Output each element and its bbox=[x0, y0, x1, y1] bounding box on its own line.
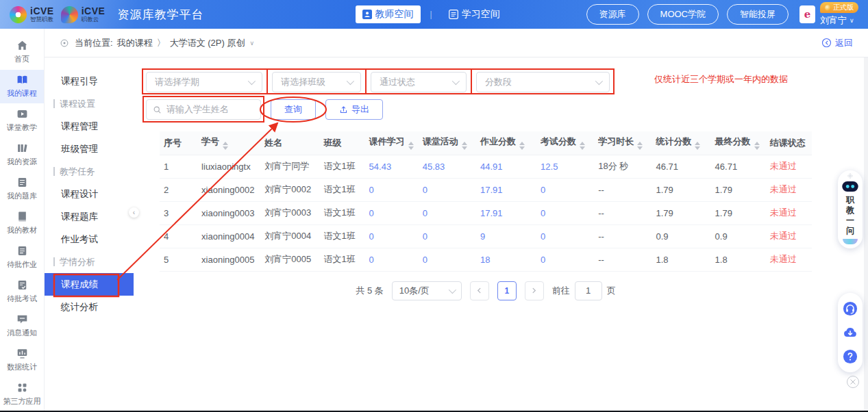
submenu-item-homework-exam[interactable]: 作业考试 bbox=[45, 228, 134, 250]
breadcrumb-root[interactable]: 我的课程 bbox=[117, 37, 153, 49]
goto-page-input[interactable]: 1 bbox=[575, 281, 602, 300]
submenu-item-course-grades[interactable]: 课程成绩 bbox=[45, 273, 134, 296]
next-page-button[interactable] bbox=[525, 281, 544, 300]
floating-toolbar bbox=[838, 293, 863, 372]
sort-icon[interactable] bbox=[754, 142, 760, 150]
student-name-search-input[interactable]: 请输入学生姓名 bbox=[146, 99, 261, 120]
help-icon[interactable] bbox=[843, 349, 858, 364]
col-header-duration[interactable]: 学习时长 bbox=[594, 131, 652, 155]
tab-teacher-space[interactable]: 教师空间 bbox=[356, 5, 421, 23]
col-header-exam[interactable]: 考试分数 bbox=[536, 131, 594, 155]
page-size-select[interactable]: 10条/页 bbox=[392, 281, 462, 300]
logo-caption: 智慧职教 bbox=[30, 16, 54, 23]
tab-learning-space[interactable]: 学习空间 bbox=[442, 5, 507, 23]
sort-icon[interactable] bbox=[223, 142, 228, 150]
cell-activity[interactable]: 0 bbox=[419, 178, 476, 201]
smart-casting-button[interactable]: 智能投屏 bbox=[727, 4, 789, 25]
user-menu[interactable]: e 正式版 刘宵宁 ∨ bbox=[799, 2, 858, 27]
sidebar-item-third-party-apps[interactable]: 第三方应用 bbox=[0, 378, 44, 411]
cell-activity[interactable]: 45.83 bbox=[419, 155, 476, 178]
col-header-courseware[interactable]: 课件学习 bbox=[365, 131, 419, 155]
cell-stat-score: 1.79 bbox=[652, 201, 710, 224]
sort-icon[interactable] bbox=[462, 142, 467, 150]
cell-final-score: 0.9 bbox=[711, 224, 766, 248]
filter-semester-select[interactable]: 请选择学期 bbox=[146, 72, 262, 92]
export-button[interactable]: 导出 bbox=[325, 99, 383, 120]
submenu-item-statistical-analysis[interactable]: 统计分析 bbox=[45, 296, 134, 318]
back-button[interactable]: 返回 bbox=[821, 37, 853, 49]
sidebar-item-my-courses[interactable]: 我的课程 bbox=[0, 70, 44, 103]
scrollbar[interactable] bbox=[864, 57, 868, 412]
cell-status: 未通过 bbox=[766, 248, 812, 271]
submenu-collapse-handle[interactable]: ‹ bbox=[129, 207, 139, 218]
submenu-item-class-management[interactable]: 班级管理 bbox=[45, 138, 134, 160]
page-1-button[interactable]: 1 bbox=[497, 281, 517, 300]
cell-homework[interactable]: 44.91 bbox=[476, 155, 536, 178]
sidebar-item-home[interactable]: 首页 bbox=[0, 36, 44, 69]
cell-activity[interactable]: 0 bbox=[419, 248, 476, 271]
cell-activity[interactable]: 0 bbox=[419, 224, 476, 248]
sort-icon[interactable] bbox=[695, 142, 700, 150]
statistics-notice: 仅统计近三个学期或一年内的数据 bbox=[654, 73, 788, 86]
sidebar-item-my-textbooks[interactable]: 我的教材 bbox=[0, 207, 44, 240]
cell-exam[interactable]: 0 bbox=[536, 224, 594, 248]
prev-page-button[interactable] bbox=[470, 281, 489, 300]
submenu-item-course-guide[interactable]: 课程引导 bbox=[45, 70, 134, 92]
col-header-activity[interactable]: 课堂活动 bbox=[419, 131, 476, 155]
mooc-academy-button[interactable]: MOOC学院 bbox=[647, 4, 719, 25]
course-switch-caret-icon[interactable]: ∨ bbox=[249, 40, 254, 47]
cell-exam[interactable]: 12.5 bbox=[536, 155, 594, 178]
submenu-item-course-question-bank[interactable]: 课程题库 bbox=[45, 205, 134, 228]
table-row: 3xiaoning0003刘宵宁0003语文1班0017.910--1.791.… bbox=[160, 201, 812, 224]
cell-homework[interactable]: 9 bbox=[476, 224, 536, 248]
query-button[interactable]: 查询 bbox=[271, 99, 316, 120]
sidebar-item-data-statistics[interactable]: 数据统计 bbox=[0, 344, 44, 377]
cell-stat-score: 1.79 bbox=[652, 178, 710, 201]
sidebar-item-pending-homework[interactable]: 待批作业 bbox=[0, 241, 44, 274]
breadcrumb-current[interactable]: 大学语文 (2P) 原创 bbox=[170, 37, 245, 49]
cell-homework[interactable]: 18 bbox=[476, 248, 536, 271]
cell-homework[interactable]: 17.91 bbox=[476, 178, 536, 201]
cell-courseware[interactable]: 0 bbox=[365, 248, 419, 271]
sort-icon[interactable] bbox=[408, 142, 414, 150]
customer-service-icon[interactable] bbox=[843, 301, 858, 316]
submenu-section-teaching-tasks: 教学任务 bbox=[45, 160, 134, 183]
cell-exam[interactable]: 0 bbox=[536, 178, 594, 201]
table-row: 4xiaoning0004刘宵宁0004语文1班0090--0.90.9未通过 bbox=[160, 224, 812, 248]
sidebar-item-classroom-teaching[interactable]: 课堂教学 bbox=[0, 104, 44, 138]
download-center-icon[interactable] bbox=[843, 325, 858, 340]
cell-courseware[interactable]: 54.43 bbox=[365, 155, 419, 178]
cell-courseware[interactable]: 0 bbox=[365, 178, 419, 201]
sort-icon[interactable] bbox=[637, 142, 643, 150]
col-header-final-score[interactable]: 最终分数 bbox=[711, 131, 766, 155]
sidebar-item-messages[interactable]: 消息通知 bbox=[0, 309, 44, 343]
cell-index: 1 bbox=[160, 155, 197, 178]
cell-courseware[interactable]: 0 bbox=[365, 201, 419, 224]
my-courses-icon bbox=[16, 74, 28, 86]
filter-score-range-select[interactable]: 分数段 bbox=[476, 72, 610, 92]
cell-homework[interactable]: 17.91 bbox=[476, 201, 536, 224]
sort-icon[interactable] bbox=[580, 142, 585, 150]
close-toolbar-icon[interactable] bbox=[847, 376, 859, 388]
col-header-homework[interactable]: 作业分数 bbox=[476, 131, 536, 155]
sidebar-item-pending-exams[interactable]: 待批考试 bbox=[0, 275, 44, 309]
cell-activity[interactable]: 0 bbox=[419, 201, 476, 224]
sidebar-item-my-resources[interactable]: 我的资源 bbox=[0, 138, 44, 172]
avatar: e bbox=[799, 5, 815, 23]
submenu-item-course-design[interactable]: 课程设计 bbox=[45, 183, 134, 205]
resource-library-button[interactable]: 资源库 bbox=[586, 4, 639, 25]
filter-pass-status-select[interactable]: 通过状态 bbox=[371, 72, 467, 92]
sort-icon[interactable] bbox=[519, 142, 525, 150]
zhijiao-assistant-widget[interactable]: 职教一问 bbox=[838, 170, 863, 248]
cell-stat-score: 46.71 bbox=[652, 155, 710, 178]
submenu-item-course-management[interactable]: 课程管理 bbox=[45, 115, 134, 138]
col-header-stat-score[interactable]: 统计分数 bbox=[652, 131, 710, 155]
col-header-student-id[interactable]: 学号 bbox=[197, 131, 260, 155]
cell-courseware[interactable]: 0 bbox=[365, 224, 419, 248]
cell-exam[interactable]: 0 bbox=[536, 248, 594, 271]
cell-student-id: xiaoning0005 bbox=[197, 248, 260, 271]
logo-caption: 职教云 bbox=[82, 16, 106, 23]
cell-exam[interactable]: 0 bbox=[536, 201, 594, 224]
filter-class-select[interactable]: 请选择班级 bbox=[272, 72, 361, 92]
sidebar-item-my-question-bank[interactable]: 我的题库 bbox=[0, 172, 44, 206]
